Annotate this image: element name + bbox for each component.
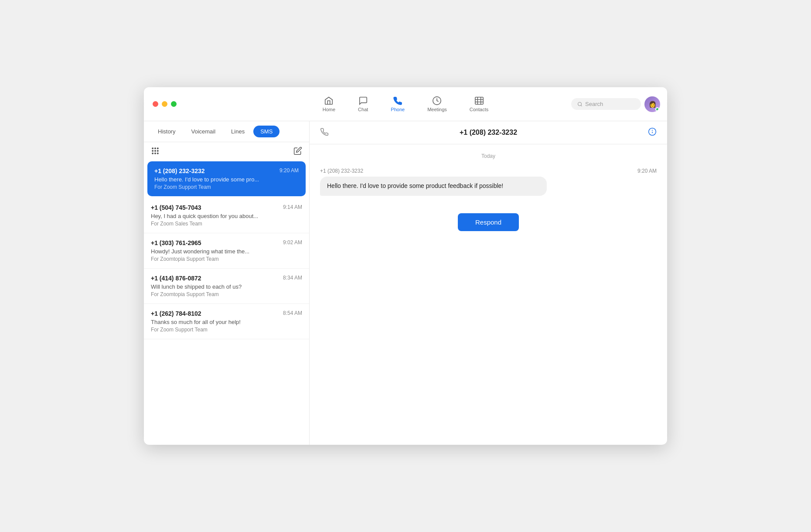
- nav-item-phone[interactable]: Phone: [387, 94, 408, 114]
- search-box[interactable]: [571, 98, 641, 110]
- avatar-container: 👩: [644, 96, 660, 112]
- chat-body: Today +1 (208) 232-3232 9:20 AM Hello th…: [310, 144, 667, 445]
- nav-item-chat[interactable]: Chat: [354, 94, 371, 114]
- sms-preview-2: Howdy! Just wondering what time the...: [151, 248, 302, 255]
- search-icon: [577, 101, 583, 107]
- sms-list: +1 (208) 232-3232 9:20 AM Hello there. I…: [144, 160, 309, 445]
- sms-time-2: 9:02 AM: [283, 239, 302, 246]
- respond-btn-container: Respond: [320, 213, 657, 231]
- svg-point-9: [155, 148, 156, 149]
- avatar[interactable]: 👩: [644, 96, 660, 112]
- sms-team-3: For Zoomtopia Support Team: [151, 291, 302, 297]
- sms-team-2: For Zoomtopia Support Team: [151, 256, 302, 262]
- tab-voicemail[interactable]: Voicemail: [184, 126, 222, 137]
- sms-item-2[interactable]: +1 (303) 761-2965 9:02 AM Howdy! Just wo…: [144, 233, 309, 269]
- info-icon: [648, 127, 657, 136]
- app-window: Home Chat Phone: [144, 87, 667, 445]
- svg-point-10: [157, 148, 159, 149]
- sms-number-3: +1 (414) 876-0872: [151, 275, 201, 282]
- sms-time-0: 9:20 AM: [279, 167, 299, 174]
- sms-item-4[interactable]: +1 (262) 784-8102 8:54 AM Thanks so much…: [144, 304, 309, 339]
- svg-point-12: [155, 150, 156, 152]
- sms-time-3: 8:34 AM: [283, 275, 302, 282]
- sms-preview-3: Will lunch be shipped to each of us?: [151, 283, 302, 290]
- svg-line-7: [581, 105, 582, 106]
- left-panel: History Voicemail Lines SMS: [144, 121, 310, 445]
- phone-icon: [320, 127, 329, 138]
- phone-tabs: History Voicemail Lines SMS: [144, 121, 309, 142]
- compose-icon: [293, 147, 302, 155]
- sms-preview-1: Hey, I had a quick question for you abou…: [151, 213, 302, 219]
- sms-number-1: +1 (504) 745-7043: [151, 204, 201, 211]
- sms-team-1: For Zoom Sales Team: [151, 221, 302, 227]
- icon-row: [144, 142, 309, 160]
- sms-team-0: For Zoom Support Team: [154, 184, 299, 190]
- sms-time-4: 8:54 AM: [283, 310, 302, 317]
- nav-label-meetings: Meetings: [427, 107, 447, 112]
- minimize-button[interactable]: [162, 101, 167, 107]
- sms-time-1: 9:14 AM: [283, 204, 302, 211]
- message-meta: +1 (208) 232-3232 9:20 AM: [320, 168, 657, 174]
- svg-rect-1: [475, 97, 483, 105]
- search-input[interactable]: [585, 101, 635, 107]
- titlebar: Home Chat Phone: [144, 87, 667, 121]
- nav-item-meetings[interactable]: Meetings: [424, 94, 450, 114]
- right-panel: +1 (208) 232-3232 Today +1 (208) 232-323…: [310, 121, 667, 445]
- chat-header: +1 (208) 232-3232: [310, 121, 667, 144]
- message-group: +1 (208) 232-3232 9:20 AM Hello there. I…: [320, 168, 657, 196]
- close-button[interactable]: [153, 101, 158, 107]
- sms-preview-4: Thanks so much for all of your help!: [151, 319, 302, 325]
- nav-item-contacts[interactable]: Contacts: [466, 94, 492, 114]
- sms-team-4: For Zoom Support Team: [151, 327, 302, 333]
- svg-point-8: [152, 148, 153, 149]
- sms-number-0: +1 (208) 232-3232: [154, 167, 205, 174]
- dialpad-icon: [151, 147, 160, 155]
- nav-label-phone: Phone: [391, 107, 405, 112]
- sms-preview-0: Hello there. I'd love to provide some pr…: [154, 176, 299, 183]
- message-time: 9:20 AM: [637, 168, 657, 174]
- sms-number-4: +1 (262) 784-8102: [151, 310, 201, 317]
- nav-label-contacts: Contacts: [470, 107, 488, 112]
- search-container: [571, 98, 641, 110]
- svg-point-16: [157, 153, 159, 154]
- nav-item-home[interactable]: Home: [319, 94, 339, 114]
- online-indicator: [655, 107, 659, 111]
- sms-item-1[interactable]: +1 (504) 745-7043 9:14 AM Hey, I had a q…: [144, 198, 309, 233]
- message-sender: +1 (208) 232-3232: [320, 168, 363, 174]
- message-bubble: Hello there. I'd love to provide some pr…: [320, 177, 547, 196]
- traffic-lights: [153, 101, 177, 107]
- svg-point-14: [152, 153, 153, 154]
- tab-lines[interactable]: Lines: [224, 126, 252, 137]
- svg-point-11: [152, 150, 153, 152]
- maximize-button[interactable]: [171, 101, 177, 107]
- info-button[interactable]: [648, 127, 657, 138]
- sms-item-3[interactable]: +1 (414) 876-0872 8:34 AM Will lunch be …: [144, 269, 309, 304]
- sms-number-2: +1 (303) 761-2965: [151, 239, 201, 246]
- tab-history[interactable]: History: [151, 126, 182, 137]
- nav-label-home: Home: [323, 107, 335, 112]
- svg-point-6: [578, 102, 582, 106]
- svg-point-15: [155, 153, 156, 154]
- svg-point-13: [157, 150, 159, 152]
- respond-button[interactable]: Respond: [458, 213, 519, 231]
- nav-label-chat: Chat: [358, 107, 368, 112]
- compose-button[interactable]: [293, 147, 302, 155]
- main-content: History Voicemail Lines SMS: [144, 121, 667, 445]
- chat-header-title: +1 (208) 232-3232: [460, 129, 517, 136]
- dialpad-button[interactable]: [151, 147, 160, 155]
- date-label: Today: [320, 153, 657, 159]
- sms-item-0[interactable]: +1 (208) 232-3232 9:20 AM Hello there. I…: [147, 161, 306, 196]
- tab-sms[interactable]: SMS: [253, 126, 279, 137]
